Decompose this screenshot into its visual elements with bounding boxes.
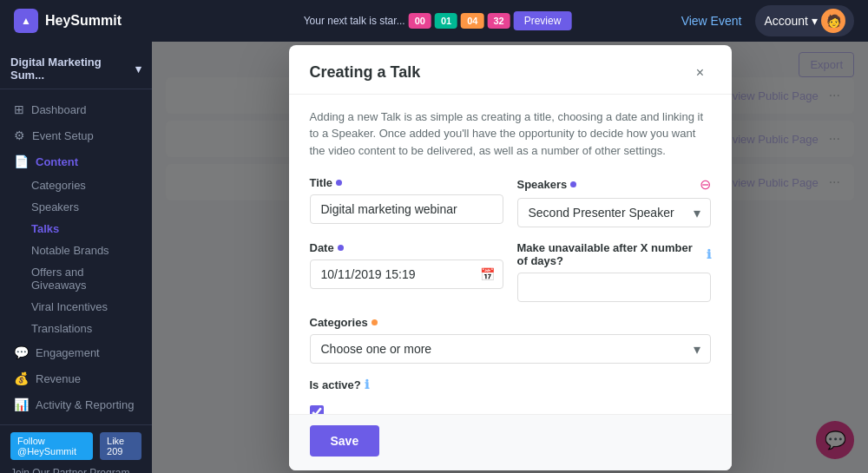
create-talk-modal: Creating a Talk × Adding a new Talk is a… <box>289 45 732 470</box>
main-layout: Digital Marketing Sum... ▾ ⊞ Dashboard ⚙… <box>0 42 868 473</box>
remove-speaker-button[interactable]: ⊖ <box>700 176 711 193</box>
close-button[interactable]: × <box>690 62 711 83</box>
preview-button[interactable]: Preview <box>514 11 572 30</box>
revenue-icon: 💰 <box>14 371 29 385</box>
my-account-button[interactable]: Account ▾ 🧑 <box>755 5 854 36</box>
modal-body: Adding a new Talk is as simple as creati… <box>289 95 732 414</box>
unavailable-input[interactable] <box>517 273 711 302</box>
chevron-down-icon: ▾ <box>135 62 141 76</box>
dashboard-icon: ⊞ <box>14 102 24 116</box>
sidebar-item-categories[interactable]: Categories <box>0 174 152 196</box>
info-icon[interactable]: ℹ <box>707 247 711 261</box>
date-input-wrapper: 📅 <box>310 259 503 289</box>
info-icon[interactable]: ℹ <box>365 378 369 391</box>
date-group: Date 📅 <box>310 241 503 302</box>
categories-select-wrapper: Choose one or more <box>310 334 711 364</box>
sidebar-item-label: Event Setup <box>32 129 94 142</box>
chevron-down-icon: ▾ <box>812 14 818 28</box>
speakers-select-wrapper: Second Presenter Speaker <box>517 198 711 227</box>
topbar-right: View Event Account ▾ 🧑 <box>681 5 854 36</box>
reporting-icon: 📊 <box>14 397 29 411</box>
is-active-checkbox[interactable] <box>310 405 324 414</box>
topbar: ▲ HeySummit Your next talk is star... 00… <box>0 0 868 42</box>
is-active-row: Is active? ℹ <box>310 378 711 391</box>
modal-description: Adding a new Talk is as simple as creati… <box>310 108 711 160</box>
sidebar: Digital Marketing Sum... ▾ ⊞ Dashboard ⚙… <box>0 42 152 473</box>
title-label: Title <box>310 176 503 189</box>
sidebar-item-speakers[interactable]: Speakers <box>0 196 152 218</box>
avatar: 🧑 <box>821 9 845 33</box>
speakers-group: Speakers ⊖ Second Presenter Speaker <box>517 176 711 227</box>
twitter-button[interactable]: Follow @HeySummit <box>10 432 93 460</box>
date-unavailable-row: Date 📅 Make unavailable after X number o… <box>310 241 711 302</box>
speakers-required-indicator <box>570 181 576 187</box>
modal-title: Creating a Talk <box>310 63 421 82</box>
modal-footer: Save <box>289 414 732 470</box>
badge-00: 00 <box>409 13 431 29</box>
sidebar-event-name[interactable]: Digital Marketing Sum... ▾ <box>0 49 152 89</box>
logo-icon: ▲ <box>14 9 38 33</box>
sidebar-item-notable-brands[interactable]: Notable Brands <box>0 240 152 261</box>
date-input[interactable] <box>310 259 503 289</box>
categories-indicator <box>372 319 378 325</box>
modal-header: Creating a Talk × <box>289 45 732 95</box>
content-icon: 📄 <box>14 154 29 168</box>
sidebar-item-talks[interactable]: Talks <box>0 218 152 240</box>
badge-01: 01 <box>435 13 457 29</box>
sidebar-item-label: Activity & Reporting <box>36 398 134 411</box>
speakers-label: Speakers ⊖ <box>517 176 711 193</box>
sidebar-item-label: Content <box>36 155 78 168</box>
sidebar-item-engagement[interactable]: 💬 Engagement <box>0 339 152 365</box>
speakers-select[interactable]: Second Presenter Speaker <box>517 198 711 227</box>
sidebar-item-translations[interactable]: Translations <box>0 318 152 339</box>
topbar-center: Your next talk is star... 00 01 04 32 Pr… <box>297 11 572 30</box>
sidebar-item-viral[interactable]: Viral Incentives <box>0 296 152 318</box>
sidebar-item-dashboard[interactable]: ⊞ Dashboard <box>0 96 152 122</box>
sidebar-item-event-setup[interactable]: ⚙ Event Setup <box>0 122 152 148</box>
unavailable-label: Make unavailable after X number of days?… <box>517 241 711 267</box>
title-input[interactable] <box>310 194 503 224</box>
badge-32: 32 <box>487 13 510 29</box>
date-required-indicator <box>338 245 344 251</box>
logo-text: HeySummit <box>45 13 122 29</box>
gear-icon: ⚙ <box>14 128 25 142</box>
partner-program-link[interactable]: Join Our Partner Program <box>10 467 141 473</box>
date-label: Date <box>310 241 503 254</box>
sidebar-item-label: Revenue <box>36 372 81 385</box>
title-speakers-row: Title Speakers ⊖ <box>310 176 711 227</box>
view-event-link[interactable]: View Event <box>681 14 742 28</box>
unavailable-group: Make unavailable after X number of days?… <box>517 241 711 302</box>
sidebar-item-label: Engagement <box>36 346 100 359</box>
save-button[interactable]: Save <box>310 425 380 457</box>
badge-04: 04 <box>461 13 483 29</box>
sidebar-item-reporting[interactable]: 📊 Activity & Reporting <box>0 391 152 417</box>
my-account-label: Account <box>764 14 808 28</box>
is-active-label: Is active? ℹ <box>310 378 369 391</box>
title-group: Title <box>310 176 503 227</box>
sidebar-footer: Follow @HeySummit Like 209 Join Our Part… <box>0 424 152 473</box>
required-indicator <box>336 180 342 186</box>
engagement-icon: 💬 <box>14 345 29 359</box>
social-buttons: Follow @HeySummit Like 209 <box>10 432 141 460</box>
content-area: Export Preview Public Page ··· Preview P… <box>152 42 868 473</box>
sidebar-item-label: Dashboard <box>31 103 87 116</box>
sidebar-item-revenue[interactable]: 💰 Revenue <box>0 365 152 391</box>
facebook-button[interactable]: Like 209 <box>100 432 141 460</box>
talk-notice: Your next talk is star... <box>304 15 405 27</box>
categories-group: Categories Choose one or more <box>310 316 711 364</box>
sidebar-item-offers[interactable]: Offers and Giveaways <box>0 261 152 296</box>
is-active-checkbox-row <box>310 405 711 414</box>
sidebar-item-content[interactable]: 📄 Content <box>0 148 152 174</box>
categories-label: Categories <box>310 316 711 329</box>
logo-area: ▲ HeySummit <box>14 9 122 33</box>
categories-select[interactable]: Choose one or more <box>310 334 711 364</box>
